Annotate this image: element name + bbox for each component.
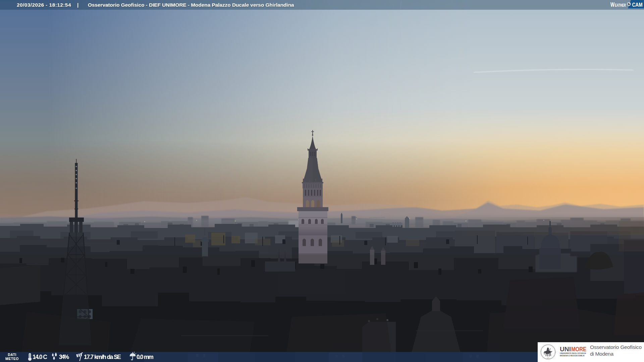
svg-text:DATI: DATI <box>8 353 16 357</box>
svg-text:Osservatorio Geofisico - DIEF: Osservatorio Geofisico - DIEF UNIMORE - … <box>88 2 294 8</box>
svg-text:20/03/2026 - 18:12:54: 20/03/2026 - 18:12:54 <box>17 2 71 8</box>
svg-text:17.7 km/h da SE: 17.7 km/h da SE <box>84 354 121 360</box>
svg-text:MODENA E REGGIO EMILIA: MODENA E REGGIO EMILIA <box>560 354 585 357</box>
svg-text:EATHER: EATHER <box>615 3 626 8</box>
svg-text:1175: 1175 <box>547 358 549 359</box>
svg-text:Osservatorio Geofisico: Osservatorio Geofisico <box>590 344 642 350</box>
svg-text:CAM: CAM <box>632 2 643 8</box>
svg-text:UNI: UNI <box>560 346 571 353</box>
svg-text:MORE: MORE <box>571 346 586 353</box>
svg-text:|: | <box>77 2 78 8</box>
svg-text:UNIVERSITÀ DEGLI STUDI DI: UNIVERSITÀ DEGLI STUDI DI <box>560 352 586 354</box>
svg-text:0.0 mm: 0.0 mm <box>137 354 154 360</box>
svg-text:di Modena: di Modena <box>590 351 613 357</box>
svg-text:14.0 C: 14.0 C <box>33 354 47 360</box>
svg-text:METEO: METEO <box>5 357 19 361</box>
svg-text:34%: 34% <box>59 354 69 360</box>
svg-text:W: W <box>610 1 614 8</box>
